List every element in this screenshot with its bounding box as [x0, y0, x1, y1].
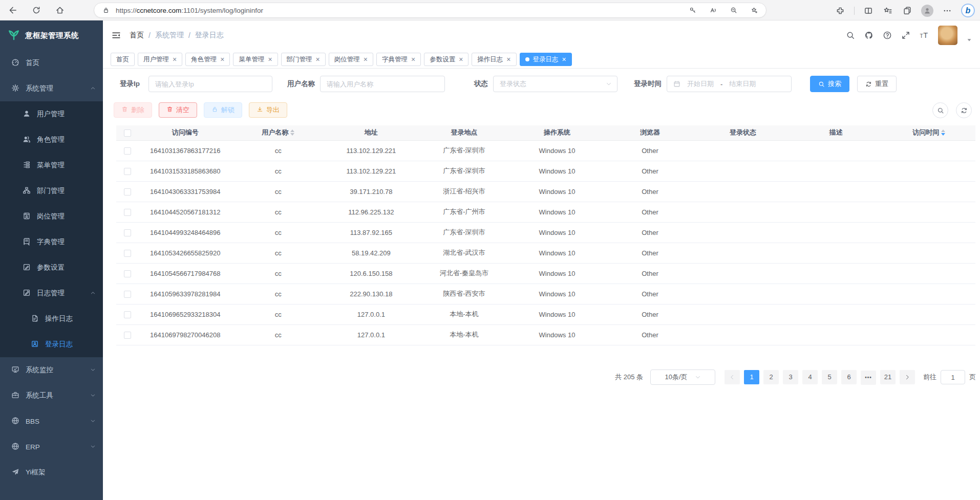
page-button-2[interactable]: 2 [763, 370, 779, 384]
select-all-checkbox[interactable] [124, 129, 131, 137]
sidebar-item-operation-log[interactable]: 操作日志 [0, 306, 103, 332]
browser-menu-icon[interactable] [942, 5, 953, 16]
tab-close-icon[interactable]: × [220, 56, 224, 63]
sidebar-item-dept-management[interactable]: 部门管理 [0, 178, 103, 204]
sidebar-item-role-management[interactable]: 角色管理 [0, 127, 103, 153]
reset-button[interactable]: 重置 [857, 76, 897, 92]
home-icon[interactable] [54, 5, 66, 16]
tab-close-icon[interactable]: × [268, 56, 272, 63]
copilot-pages-icon[interactable] [902, 5, 913, 16]
prev-page-button[interactable] [725, 370, 740, 384]
sidebar-item-system-tools[interactable]: 系统工具 [0, 383, 103, 408]
tab-close-icon[interactable]: × [316, 56, 320, 63]
reload-icon[interactable] [31, 5, 42, 16]
row-checkbox[interactable] [124, 250, 131, 257]
sidebar-item-param-settings[interactable]: 参数设置 [0, 255, 103, 280]
row-checkbox[interactable] [124, 270, 131, 277]
extensions-icon[interactable] [835, 5, 846, 16]
sidebar-item-yi-framework[interactable]: Yi框架 [0, 460, 103, 485]
clear-button[interactable]: 清空 [159, 102, 197, 118]
avatar-caret-down-icon[interactable] [967, 28, 972, 42]
sidebar-item-system-management[interactable]: 系统管理 [0, 76, 103, 101]
tab-菜单管理[interactable]: 菜单管理× [233, 53, 278, 66]
search-button[interactable]: 搜索 [810, 76, 849, 92]
copilot-bing-icon[interactable]: b [961, 4, 975, 17]
font-size-icon[interactable]: TT [920, 31, 929, 40]
end-date-placeholder[interactable]: 结束日期 [729, 79, 756, 89]
sidebar-item-home[interactable]: 首页 [0, 50, 103, 76]
pager-ellipsis[interactable]: ••• [861, 371, 876, 385]
tab-close-icon[interactable]: × [411, 56, 415, 63]
next-page-button[interactable] [900, 370, 915, 384]
tab-close-icon[interactable]: × [506, 56, 510, 63]
page-button-5[interactable]: 5 [822, 370, 837, 384]
column-header[interactable]: 访问时间 [882, 125, 975, 140]
goto-page-input[interactable] [941, 370, 965, 384]
user-name-input[interactable] [320, 76, 445, 92]
back-icon[interactable] [7, 5, 18, 16]
github-icon[interactable] [864, 31, 874, 40]
page-button-4[interactable]: 4 [802, 370, 818, 384]
row-checkbox[interactable] [124, 188, 131, 195]
sidebar-item-bbs[interactable]: BBS [0, 408, 103, 434]
row-checkbox[interactable] [124, 209, 131, 216]
table-refresh-button[interactable] [956, 102, 972, 118]
tab-close-icon[interactable]: × [562, 56, 566, 63]
sidebar-item-dict-management[interactable]: 字典管理 [0, 229, 103, 255]
sidebar-item-system-monitor[interactable]: 系统监控 [0, 357, 103, 383]
column-search-button[interactable] [932, 102, 948, 118]
sort-carets-icon[interactable] [941, 129, 945, 136]
row-checkbox[interactable] [124, 332, 131, 339]
sidebar-item-menu-management[interactable]: 菜单管理 [0, 153, 103, 178]
tab-close-icon[interactable]: × [173, 56, 177, 63]
row-checkbox[interactable] [124, 311, 131, 318]
breadcrumb-home[interactable]: 首页 [130, 31, 144, 40]
column-header[interactable]: 用户名称 [232, 125, 325, 140]
unlock-button[interactable]: 解锁 [204, 102, 242, 118]
zoom-out-icon[interactable] [728, 5, 739, 16]
tab-首页[interactable]: 首页 [111, 53, 135, 66]
sidebar-item-erp[interactable]: ERP [0, 434, 103, 460]
favorite-add-icon[interactable] [749, 5, 760, 16]
page-button-3[interactable]: 3 [783, 370, 798, 384]
delete-button[interactable]: 删除 [114, 102, 152, 118]
page-button-21[interactable]: 21 [880, 370, 896, 384]
user-avatar[interactable] [938, 26, 957, 45]
status-select[interactable]: 登录状态 [493, 76, 617, 92]
fullscreen-icon[interactable] [901, 31, 910, 40]
login-time-range[interactable]: 开始日期 - 结束日期 [667, 76, 792, 92]
help-icon[interactable] [883, 31, 892, 40]
read-aloud-icon[interactable] [708, 5, 719, 16]
sidebar-item-post-management[interactable]: 岗位管理 [0, 204, 103, 229]
sidebar-item-user-management[interactable]: 用户管理 [0, 101, 103, 127]
tab-参数设置[interactable]: 参数设置× [424, 53, 468, 66]
start-date-placeholder[interactable]: 开始日期 [687, 79, 714, 89]
split-screen-icon[interactable] [863, 5, 874, 16]
app-logo[interactable]: 意框架管理系统 [0, 20, 103, 50]
tab-部门管理[interactable]: 部门管理× [281, 53, 326, 66]
page-button-1[interactable]: 1 [744, 370, 759, 384]
page-size-select[interactable]: 10条/页 [650, 369, 715, 385]
sidebar-collapse-icon[interactable] [111, 30, 121, 40]
tab-close-icon[interactable]: × [459, 56, 463, 63]
header-search-icon[interactable] [846, 31, 855, 40]
sidebar-item-log-management[interactable]: 日志管理 [0, 280, 103, 306]
sidebar-item-login-log[interactable]: 登录日志 [0, 332, 103, 357]
sort-carets-icon[interactable] [290, 129, 294, 136]
row-checkbox[interactable] [124, 229, 131, 236]
row-checkbox[interactable] [124, 291, 131, 298]
page-button-6[interactable]: 6 [841, 370, 857, 384]
export-button[interactable]: 导出 [249, 102, 287, 118]
tab-角色管理[interactable]: 角色管理× [185, 53, 230, 66]
browser-profile-icon[interactable] [921, 5, 933, 17]
address-bar[interactable]: https://ccnetcore.com:1101/system/log/lo… [94, 3, 766, 18]
tab-登录日志[interactable]: 登录日志× [520, 53, 572, 66]
row-checkbox[interactable] [124, 168, 131, 175]
login-ip-input[interactable] [148, 76, 272, 92]
row-checkbox[interactable] [124, 147, 131, 155]
tab-操作日志[interactable]: 操作日志× [472, 53, 516, 66]
tab-字典管理[interactable]: 字典管理× [376, 53, 421, 66]
url-text[interactable]: https://ccnetcore.com:1101/system/log/lo… [116, 7, 687, 14]
tab-用户管理[interactable]: 用户管理× [138, 53, 182, 66]
tab-岗位管理[interactable]: 岗位管理× [329, 53, 373, 66]
